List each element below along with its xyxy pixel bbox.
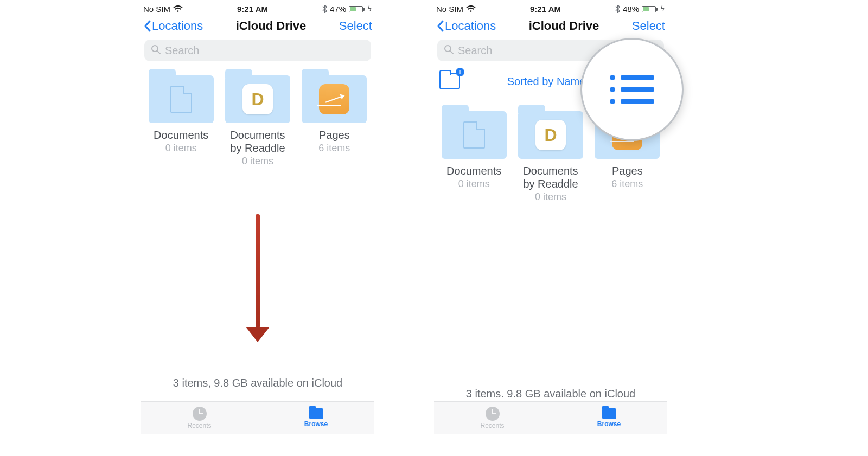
folder-label: Pages (319, 129, 350, 142)
carrier-label: No SIM (436, 4, 463, 14)
folder-documents-by-readdle[interactable]: D Documents by Readdle 0 items (516, 111, 585, 203)
tab-recents[interactable]: Recents (434, 402, 551, 434)
folder-label: Documents by Readdle (223, 129, 292, 155)
svg-line-1 (157, 51, 160, 54)
folder-documents[interactable]: Documents 0 items (439, 111, 508, 203)
back-label: Locations (152, 19, 203, 33)
chevron-left-icon (436, 20, 445, 33)
select-button[interactable]: Select (632, 19, 665, 33)
battery-percent: 48% (623, 4, 639, 14)
folder-label: Documents (154, 129, 208, 142)
wifi-icon (466, 5, 476, 13)
tab-bar: Recents Browse (141, 401, 374, 434)
storage-summary: 3 items, 9.8 GB available on iCloud (141, 377, 374, 389)
annotation-arrow-down-icon (246, 214, 270, 342)
folder-pages[interactable]: Pages 6 items (300, 75, 369, 167)
folder-icon (442, 111, 507, 159)
tab-label: Browse (597, 420, 621, 428)
annotation-circle-highlight (580, 38, 684, 141)
search-icon (444, 44, 454, 57)
bluetooth-icon (615, 5, 620, 13)
clock-time: 9:21 AM (530, 4, 561, 14)
folder-sublabel: 0 items (242, 156, 273, 167)
folder-icon (309, 408, 323, 419)
folder-icon: D (518, 111, 583, 159)
list-view-icon[interactable] (610, 75, 654, 104)
sort-label: Sorted by Name (507, 75, 586, 88)
svg-line-3 (450, 51, 453, 54)
folder-label: Documents by Readdle (516, 164, 585, 190)
search-icon (151, 44, 161, 57)
page-title: iCloud Drive (529, 19, 599, 33)
back-label: Locations (445, 19, 496, 33)
phone-screenshot-left: No SIM 9:21 AM 47% ϟ (141, 0, 374, 434)
folder-label: Documents (446, 164, 501, 177)
tab-label: Browse (304, 420, 328, 428)
new-folder-icon (439, 73, 460, 89)
wifi-icon (173, 5, 183, 13)
tab-recents[interactable]: Recents (141, 402, 258, 434)
folder-icon (302, 75, 367, 123)
status-bar: No SIM 9:21 AM 48% ϟ (434, 0, 667, 16)
folder-sublabel: 0 items (535, 191, 566, 203)
tab-bar: Recents Browse (434, 401, 667, 434)
carrier-label: No SIM (143, 4, 170, 14)
battery-icon (642, 6, 658, 12)
back-button[interactable]: Locations (436, 19, 496, 33)
tab-browse[interactable]: Browse (258, 402, 374, 434)
storage-summary: 3 items, 9.8 GB available on iCloud (434, 388, 667, 397)
tab-label: Recents (480, 422, 504, 429)
clock-time: 9:21 AM (237, 4, 268, 14)
plus-badge-icon: + (456, 68, 464, 76)
folder-sublabel: 0 items (458, 178, 490, 190)
tab-browse[interactable]: Browse (551, 402, 667, 434)
phone-screenshot-right: No SIM 9:21 AM 48% ϟ (434, 0, 667, 434)
charging-icon: ϟ (367, 5, 372, 13)
folder-icon (602, 408, 616, 419)
folder-sublabel: 6 items (611, 178, 643, 190)
clock-icon (193, 407, 207, 421)
battery-icon (349, 6, 365, 12)
search-placeholder: Search (458, 44, 492, 57)
folder-icon: D (225, 75, 290, 123)
status-bar: No SIM 9:21 AM 47% ϟ (141, 0, 374, 16)
folder-documents[interactable]: Documents 0 items (146, 75, 215, 167)
search-placeholder: Search (165, 44, 199, 57)
bluetooth-icon (322, 5, 327, 13)
search-input[interactable]: Search (144, 40, 371, 61)
page-title: iCloud Drive (236, 19, 307, 33)
new-folder-button[interactable]: + (439, 73, 460, 89)
nav-bar: Locations iCloud Drive Select (434, 16, 667, 37)
select-button[interactable]: Select (339, 19, 372, 33)
back-button[interactable]: Locations (143, 19, 203, 33)
tab-label: Recents (187, 422, 211, 429)
clock-icon (486, 407, 500, 421)
chevron-left-icon (143, 20, 152, 33)
charging-icon: ϟ (660, 5, 665, 13)
folder-label: Pages (612, 164, 643, 177)
nav-bar: Locations iCloud Drive Select (141, 16, 374, 37)
battery-percent: 47% (330, 4, 346, 14)
folder-grid: Documents 0 items D Documents by Readdle… (141, 67, 374, 167)
folder-documents-by-readdle[interactable]: D Documents by Readdle 0 items (223, 75, 292, 167)
folder-icon (149, 75, 214, 123)
folder-sublabel: 6 items (318, 143, 350, 154)
folder-sublabel: 0 items (165, 143, 197, 154)
